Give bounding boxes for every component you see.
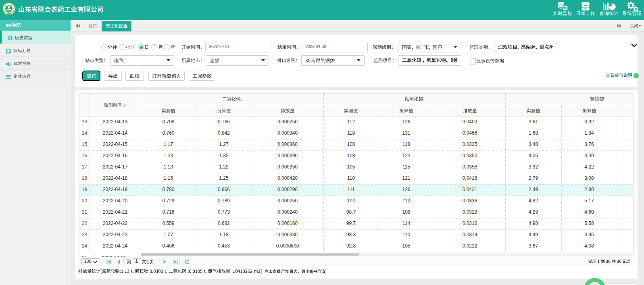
svg-text:?: ? [635,73,638,78]
svg-text:MEE: MEE [7,13,11,15]
